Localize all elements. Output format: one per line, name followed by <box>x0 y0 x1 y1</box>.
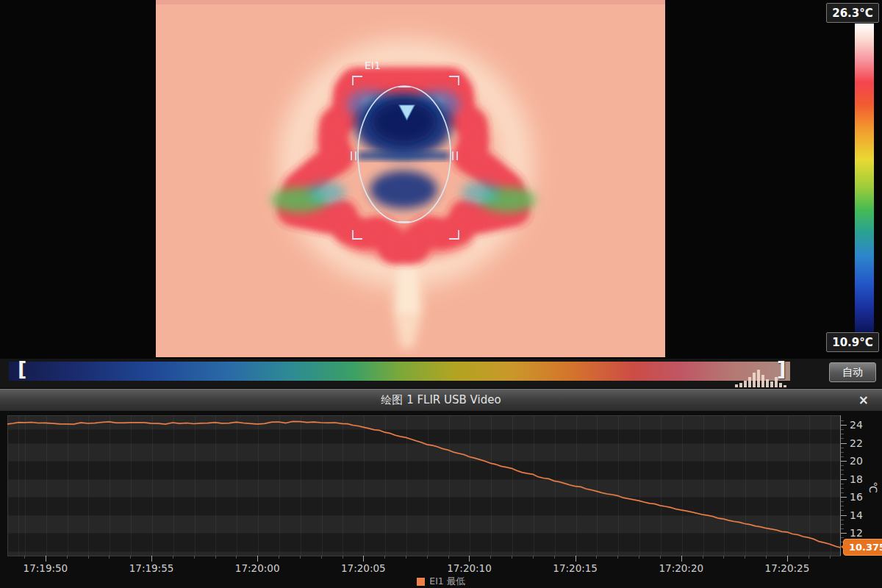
histogram-bars <box>735 370 786 387</box>
roi-label: EI1 <box>365 60 381 71</box>
chart-legend[interactable]: EI1 最低 <box>0 576 882 588</box>
current-value-text: 10.375 <box>849 542 882 553</box>
plot-window-titlebar[interactable]: 绘图 1 FLIR USB Video × <box>0 389 882 412</box>
flir-app-window: EI1 26.3°C 10.9°C [ ] 自动 绘图 1 FLIR USB V… <box>0 0 882 588</box>
scale-min-text: 10.9°C <box>832 336 873 349</box>
auto-button-label: 自动 <box>842 366 863 379</box>
span-left-handle[interactable]: [ <box>18 359 26 379</box>
thermal-image-view[interactable]: EI1 <box>156 0 665 357</box>
scale-max-text: 26.3°C <box>832 7 873 20</box>
y-axis <box>840 415 841 556</box>
scale-max-value[interactable]: 26.3°C <box>826 3 879 23</box>
thermal-image: EI1 <box>156 0 665 357</box>
auto-scale-button[interactable]: 自动 <box>829 362 876 382</box>
plot-gridlines <box>8 416 841 556</box>
legend-swatch <box>417 578 425 586</box>
legend-label: EI1 最低 <box>429 576 465 588</box>
palette-histogram-strip[interactable] <box>9 362 790 381</box>
close-icon[interactable]: × <box>858 392 869 407</box>
temperature-scale-bar[interactable] <box>855 24 874 333</box>
temperature-chart: 24222018161412 ℃ 17:19:5017:19:5517:20:0… <box>0 411 882 588</box>
scale-min-value[interactable]: 10.9°C <box>826 332 879 352</box>
y-axis-unit-label: ℃ <box>867 481 879 493</box>
plot-window-title: 绘图 1 FLIR USB Video <box>0 393 882 407</box>
plot-area[interactable] <box>7 415 841 556</box>
current-value-badge: 10.375 <box>843 539 882 556</box>
span-adjust-row: [ ] 自动 <box>0 359 882 389</box>
